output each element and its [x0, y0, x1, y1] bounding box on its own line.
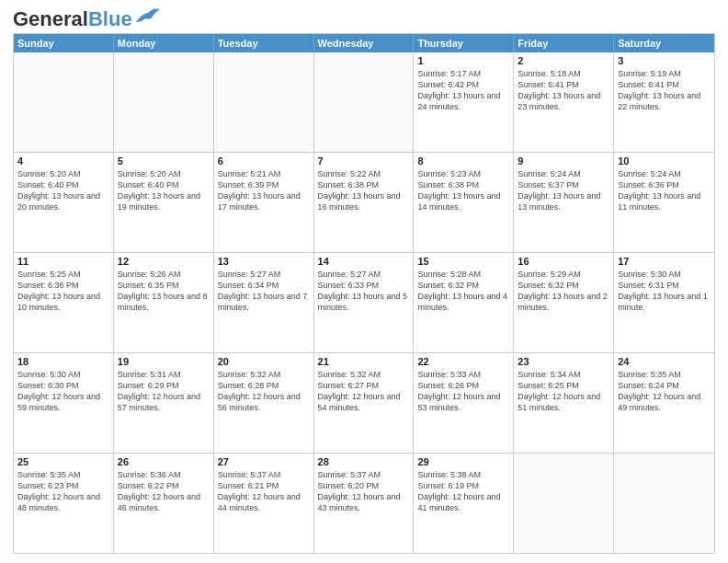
calendar-cell-8: 8Sunrise: 5:23 AM Sunset: 6:38 PM Daylig… [414, 153, 514, 252]
day-number: 7 [318, 155, 410, 167]
cell-info: Sunrise: 5:37 AM Sunset: 6:21 PM Dayligh… [218, 469, 310, 514]
cell-info: Sunrise: 5:33 AM Sunset: 6:26 PM Dayligh… [417, 369, 509, 414]
cell-info: Sunrise: 5:32 AM Sunset: 6:28 PM Dayligh… [218, 369, 310, 414]
calendar-cell-16: 16Sunrise: 5:29 AM Sunset: 6:32 PM Dayli… [514, 253, 614, 352]
day-number: 26 [118, 456, 210, 467]
calendar-header-tuesday: Tuesday [214, 34, 314, 52]
logo-blue: Blue [88, 7, 132, 30]
calendar-cell-empty-0-0 [14, 52, 114, 152]
day-number: 16 [518, 256, 609, 267]
logo: GeneralBlue [13, 9, 162, 29]
calendar-cell-22: 22Sunrise: 5:33 AM Sunset: 6:26 PM Dayli… [414, 353, 514, 453]
cell-info: Sunrise: 5:37 AM Sunset: 6:20 PM Dayligh… [318, 469, 410, 514]
cell-info: Sunrise: 5:35 AM Sunset: 6:24 PM Dayligh… [618, 369, 711, 414]
calendar-cell-21: 21Sunrise: 5:32 AM Sunset: 6:27 PM Dayli… [314, 353, 415, 453]
day-number: 11 [17, 256, 109, 267]
day-number: 17 [618, 256, 711, 267]
day-number: 12 [118, 256, 210, 267]
calendar-cell-7: 7Sunrise: 5:22 AM Sunset: 6:38 PM Daylig… [314, 153, 415, 252]
calendar-cell-18: 18Sunrise: 5:30 AM Sunset: 6:30 PM Dayli… [14, 353, 114, 453]
calendar-row-1: 4Sunrise: 5:20 AM Sunset: 6:40 PM Daylig… [14, 152, 714, 252]
day-number: 29 [417, 456, 509, 467]
day-number: 10 [618, 155, 711, 167]
day-number: 13 [218, 256, 310, 267]
calendar-header-saturday: Saturday [614, 34, 714, 52]
calendar-row-4: 25Sunrise: 5:35 AM Sunset: 6:23 PM Dayli… [14, 453, 714, 553]
cell-info: Sunrise: 5:35 AM Sunset: 6:23 PM Dayligh… [17, 469, 109, 514]
calendar-cell-6: 6Sunrise: 5:21 AM Sunset: 6:39 PM Daylig… [214, 153, 314, 252]
cell-info: Sunrise: 5:38 AM Sunset: 6:19 PM Dayligh… [417, 469, 509, 514]
calendar-cell-empty-0-2 [214, 52, 314, 152]
calendar-cell-12: 12Sunrise: 5:26 AM Sunset: 6:35 PM Dayli… [114, 253, 214, 352]
cell-info: Sunrise: 5:26 AM Sunset: 6:35 PM Dayligh… [118, 269, 210, 314]
calendar-header-wednesday: Wednesday [314, 34, 415, 52]
calendar-cell-17: 17Sunrise: 5:30 AM Sunset: 6:31 PM Dayli… [614, 253, 714, 352]
day-number: 8 [417, 155, 509, 167]
day-number: 20 [218, 356, 310, 367]
day-number: 28 [318, 456, 410, 467]
cell-info: Sunrise: 5:23 AM Sunset: 6:38 PM Dayligh… [417, 168, 509, 213]
calendar-body: 1Sunrise: 5:17 AM Sunset: 6:42 PM Daylig… [14, 52, 714, 553]
day-number: 27 [218, 456, 310, 467]
calendar-cell-25: 25Sunrise: 5:35 AM Sunset: 6:23 PM Dayli… [14, 454, 114, 553]
cell-info: Sunrise: 5:17 AM Sunset: 6:42 PM Dayligh… [417, 68, 509, 113]
cell-info: Sunrise: 5:30 AM Sunset: 6:30 PM Dayligh… [17, 369, 109, 414]
cell-info: Sunrise: 5:27 AM Sunset: 6:34 PM Dayligh… [218, 269, 310, 314]
cell-info: Sunrise: 5:27 AM Sunset: 6:33 PM Dayligh… [318, 269, 410, 314]
logo-bird-icon [134, 6, 162, 26]
calendar-cell-empty-4-6 [614, 454, 714, 553]
day-number: 21 [318, 356, 410, 367]
day-number: 22 [417, 356, 509, 367]
cell-info: Sunrise: 5:19 AM Sunset: 6:41 PM Dayligh… [618, 68, 711, 113]
cell-info: Sunrise: 5:36 AM Sunset: 6:22 PM Dayligh… [118, 469, 210, 514]
cell-info: Sunrise: 5:22 AM Sunset: 6:38 PM Dayligh… [318, 168, 410, 213]
calendar: SundayMondayTuesdayWednesdayThursdayFrid… [13, 33, 715, 554]
cell-info: Sunrise: 5:31 AM Sunset: 6:29 PM Dayligh… [118, 369, 210, 414]
calendar-header-sunday: Sunday [14, 34, 114, 52]
calendar-header: SundayMondayTuesdayWednesdayThursdayFrid… [14, 34, 714, 52]
day-number: 1 [417, 55, 509, 66]
calendar-row-2: 11Sunrise: 5:25 AM Sunset: 6:36 PM Dayli… [14, 252, 714, 352]
calendar-cell-15: 15Sunrise: 5:28 AM Sunset: 6:32 PM Dayli… [414, 253, 514, 352]
calendar-row-3: 18Sunrise: 5:30 AM Sunset: 6:30 PM Dayli… [14, 352, 714, 453]
cell-info: Sunrise: 5:20 AM Sunset: 6:40 PM Dayligh… [118, 168, 210, 213]
logo-general: General [13, 7, 88, 30]
cell-info: Sunrise: 5:34 AM Sunset: 6:25 PM Dayligh… [518, 369, 609, 414]
day-number: 23 [518, 356, 609, 367]
calendar-cell-10: 10Sunrise: 5:24 AM Sunset: 6:36 PM Dayli… [614, 153, 714, 252]
calendar-cell-4: 4Sunrise: 5:20 AM Sunset: 6:40 PM Daylig… [14, 153, 114, 252]
calendar-row-0: 1Sunrise: 5:17 AM Sunset: 6:42 PM Daylig… [14, 52, 714, 152]
calendar-cell-3: 3Sunrise: 5:19 AM Sunset: 6:41 PM Daylig… [614, 52, 714, 152]
cell-info: Sunrise: 5:25 AM Sunset: 6:36 PM Dayligh… [17, 269, 109, 314]
calendar-cell-23: 23Sunrise: 5:34 AM Sunset: 6:25 PM Dayli… [514, 353, 614, 453]
day-number: 3 [618, 55, 711, 66]
calendar-header-friday: Friday [514, 34, 614, 52]
calendar-cell-empty-4-5 [514, 454, 614, 553]
calendar-cell-27: 27Sunrise: 5:37 AM Sunset: 6:21 PM Dayli… [214, 454, 314, 553]
calendar-header-monday: Monday [114, 34, 214, 52]
cell-info: Sunrise: 5:28 AM Sunset: 6:32 PM Dayligh… [417, 269, 509, 314]
day-number: 4 [17, 155, 109, 167]
calendar-cell-19: 19Sunrise: 5:31 AM Sunset: 6:29 PM Dayli… [114, 353, 214, 453]
calendar-cell-empty-0-1 [114, 52, 214, 152]
day-number: 24 [618, 356, 711, 367]
day-number: 25 [17, 456, 109, 467]
day-number: 9 [518, 155, 609, 167]
calendar-cell-14: 14Sunrise: 5:27 AM Sunset: 6:33 PM Dayli… [314, 253, 415, 352]
calendar-cell-29: 29Sunrise: 5:38 AM Sunset: 6:19 PM Dayli… [414, 454, 514, 553]
cell-info: Sunrise: 5:20 AM Sunset: 6:40 PM Dayligh… [17, 168, 109, 213]
cell-info: Sunrise: 5:32 AM Sunset: 6:27 PM Dayligh… [318, 369, 410, 414]
cell-info: Sunrise: 5:24 AM Sunset: 6:37 PM Dayligh… [518, 168, 609, 213]
day-number: 6 [218, 155, 310, 167]
calendar-cell-empty-0-3 [314, 52, 415, 152]
day-number: 18 [17, 356, 109, 367]
calendar-cell-11: 11Sunrise: 5:25 AM Sunset: 6:36 PM Dayli… [14, 253, 114, 352]
logo-text: GeneralBlue [13, 9, 132, 29]
calendar-cell-5: 5Sunrise: 5:20 AM Sunset: 6:40 PM Daylig… [114, 153, 214, 252]
cell-info: Sunrise: 5:18 AM Sunset: 6:41 PM Dayligh… [518, 68, 609, 113]
calendar-cell-24: 24Sunrise: 5:35 AM Sunset: 6:24 PM Dayli… [614, 353, 714, 453]
calendar-cell-26: 26Sunrise: 5:36 AM Sunset: 6:22 PM Dayli… [114, 454, 214, 553]
cell-info: Sunrise: 5:30 AM Sunset: 6:31 PM Dayligh… [618, 269, 711, 314]
day-number: 2 [518, 55, 609, 66]
calendar-cell-20: 20Sunrise: 5:32 AM Sunset: 6:28 PM Dayli… [214, 353, 314, 453]
